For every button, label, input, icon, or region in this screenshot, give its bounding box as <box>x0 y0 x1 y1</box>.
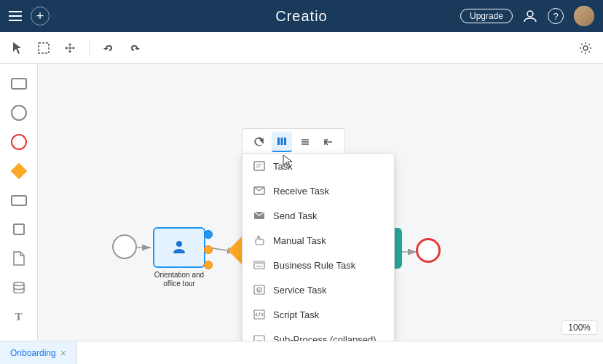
side-dot-1 <box>204 230 213 239</box>
palette: T <box>0 64 38 341</box>
tab-close-icon[interactable]: × <box>60 348 66 358</box>
send-task-icon <box>253 209 266 222</box>
help-icon[interactable]: ? <box>548 8 564 24</box>
svg-rect-20 <box>277 138 280 145</box>
element-toolbar <box>242 128 345 155</box>
start-event-shape <box>112 234 137 259</box>
dropdown-item-task[interactable]: Task <box>243 154 394 178</box>
settings-button[interactable] <box>575 38 596 58</box>
subprocess-icon <box>253 333 266 341</box>
dropdown-item-receive-task[interactable]: Receive Task <box>243 178 394 203</box>
canvas[interactable]: Orientation and office tour ✕ <box>38 64 603 341</box>
svg-rect-41 <box>254 336 264 341</box>
avatar-image <box>574 6 594 26</box>
toolbar <box>0 32 603 64</box>
topbar-right: Upgrade ? <box>460 6 594 26</box>
palette-item-circle[interactable] <box>7 100 31 125</box>
dropdown-item-script-task[interactable]: Script Task <box>243 302 394 327</box>
svg-rect-21 <box>281 138 283 145</box>
start-event[interactable] <box>112 234 137 259</box>
toolbar-separator-1 <box>89 41 90 55</box>
palette-item-circle-outline[interactable] <box>7 130 31 154</box>
topbar: + Creatio Upgrade ? <box>0 0 603 32</box>
selected-task-shape <box>153 227 205 268</box>
palette-item-rectangle[interactable] <box>7 71 31 96</box>
dropdown-item-business-rule-task[interactable]: Business Rule Task <box>243 253 394 277</box>
task-icon <box>253 159 266 173</box>
svg-rect-4 <box>39 43 49 53</box>
tab-onboarding-label: Onboarding <box>10 348 56 358</box>
svg-rect-34 <box>254 261 264 264</box>
avatar[interactable] <box>574 6 594 26</box>
tabbar: Onboarding × <box>0 341 603 364</box>
selection-tool[interactable] <box>34 38 54 58</box>
svg-rect-28 <box>254 162 264 170</box>
app-title: Creatio <box>275 8 327 24</box>
palette-item-text[interactable]: T <box>7 304 31 329</box>
add-icon[interactable]: + <box>31 7 50 25</box>
change-type-button[interactable] <box>272 132 292 152</box>
rotate-button[interactable] <box>248 132 269 152</box>
orientation-task-label: Orientation and office tour <box>150 271 208 288</box>
svg-rect-2 <box>9 20 22 21</box>
receive-task-icon <box>253 184 266 197</box>
palette-item-square[interactable] <box>7 217 31 242</box>
business-rule-task-icon <box>253 258 266 272</box>
svg-point-5 <box>583 46 588 50</box>
topbar-left: + <box>9 7 50 25</box>
tab-onboarding[interactable]: Onboarding × <box>0 341 77 364</box>
dropdown-item-subprocess[interactable]: Sub-Process (collapsed) <box>243 327 394 341</box>
manual-task-icon <box>253 234 266 247</box>
redo-button[interactable] <box>125 38 145 58</box>
svg-point-6 <box>14 282 24 286</box>
svg-point-3 <box>527 11 533 17</box>
dropdown-item-send-task[interactable]: Send Task <box>243 203 394 228</box>
palette-item-rect2[interactable] <box>7 188 31 213</box>
service-task-icon-small <box>253 283 266 296</box>
properties-button[interactable] <box>295 132 315 152</box>
orientation-task[interactable]: Orientation and office tour <box>150 227 208 288</box>
dropdown-item-manual-task[interactable]: Manual Task <box>243 228 394 253</box>
topbar-center: Creatio <box>275 8 327 25</box>
palette-item-database[interactable] <box>7 275 31 300</box>
undo-button[interactable] <box>98 38 119 58</box>
svg-line-40 <box>259 312 260 317</box>
end-event[interactable] <box>416 238 441 263</box>
upgrade-button[interactable]: Upgrade <box>460 9 513 23</box>
svg-rect-22 <box>284 138 286 145</box>
side-dot-3 <box>204 261 213 269</box>
move-tool[interactable] <box>60 38 80 58</box>
svg-point-14 <box>176 241 182 247</box>
svg-rect-1 <box>9 15 22 17</box>
script-task-icon <box>253 308 266 321</box>
task-type-dropdown: Task Receive Task Send Task <box>242 153 395 341</box>
dropdown-item-service-task[interactable]: Service Task <box>243 277 394 302</box>
end-event-shape <box>416 238 441 263</box>
side-dot-2 <box>204 245 213 254</box>
back-button[interactable] <box>318 132 339 152</box>
main-area: T <box>0 64 603 341</box>
pointer-tool[interactable] <box>7 38 28 58</box>
svg-rect-0 <box>9 11 22 12</box>
zoom-badge: 100% <box>561 320 597 335</box>
svg-point-38 <box>259 289 260 290</box>
menu-icon[interactable] <box>9 11 22 21</box>
person-icon <box>169 237 189 258</box>
user-icon[interactable] <box>523 9 537 23</box>
palette-item-file[interactable] <box>7 246 31 271</box>
palette-item-diamond[interactable] <box>7 159 31 183</box>
